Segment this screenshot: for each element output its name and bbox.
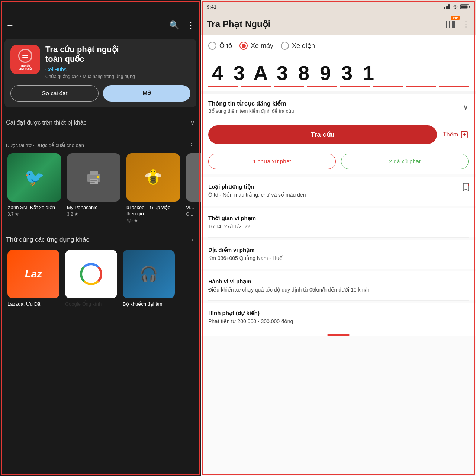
amp-name: Bộ khuếch đại âm: [123, 301, 162, 308]
battery-icon: [460, 4, 470, 9]
behavior-card: Hành vi vi phạm Điều khiển xe chạy quá t…: [201, 271, 476, 300]
app-icon: Tra cứuphạt nguội: [10, 45, 40, 74]
try-app-lazada[interactable]: Laz Lazada, Ưu Đãi: [4, 250, 62, 313]
sponsored-apps-row: 🐦 Xanh SM: Đặt xe điện 3,7 ★: [0, 153, 201, 229]
scroll-indicator: [327, 334, 350, 336]
svg-rect-28: [453, 21, 454, 28]
right-panel: 9:41 Tra Phạt Nguội: [201, 0, 476, 476]
try-app-google-lens[interactable]: Google Ống kính: [62, 250, 120, 313]
app-card: Tra cứuphạt nguội Tra cứu phạt nguội toà…: [4, 39, 196, 107]
more-button[interactable]: Thêm: [443, 131, 469, 139]
try-apps-row: Laz Lazada, Ưu Đãi Google Ống kính 🎧 Bộ …: [0, 250, 201, 313]
right-more-icon[interactable]: ⋮: [462, 19, 470, 29]
radio-oto[interactable]: Ô tô: [208, 42, 232, 50]
status-time: 9:41: [207, 4, 216, 10]
behavior-value: Điều khiển xe chạy quá tốc độ quy định t…: [208, 286, 469, 294]
xanh-logo: 🐦: [24, 168, 45, 187]
bookmark-icon-wrap[interactable]: [462, 183, 470, 193]
radio-label-oto: Ô tô: [219, 42, 232, 50]
location-label: Địa điểm vi phạm: [208, 247, 469, 253]
info-registry[interactable]: Thông tin từ cục đăng kiểm Bổ sung thêm …: [201, 94, 476, 120]
time-value: 16:14, 27/11/2022: [208, 223, 469, 231]
plate-container: 4 3 A 3 8 9 3 1: [201, 55, 476, 91]
vehicle-selector: Ô tô Xe máy Xe điện: [201, 35, 476, 55]
svg-rect-17: [447, 6, 448, 9]
try-app-amp[interactable]: 🎧 Bộ khuếch đại âm: [120, 250, 177, 313]
svg-point-13: [151, 171, 152, 172]
time-card: Thời gian vi phạm 16:14, 27/11/2022: [201, 208, 476, 237]
vip-icon-wrap[interactable]: VIP: [444, 17, 458, 31]
back-icon[interactable]: ←: [6, 20, 14, 30]
svg-rect-5: [90, 182, 95, 183]
plate-digit-3: A: [251, 63, 270, 83]
svg-point-14: [154, 171, 155, 172]
top-bar-right: Tra Phạt Nguội VIP ⋮: [201, 13, 476, 35]
radio-label-xemay: Xe máy: [251, 42, 273, 50]
amp-logo: 🎧: [139, 265, 158, 283]
behavior-label: Hành vi vi phạm: [208, 278, 469, 285]
app-developer: CellHubs: [45, 67, 190, 73]
registry-chevron-icon: ∨: [463, 103, 469, 112]
penalty-value: Phạt tiền từ 200.000 - 300.000 đồng: [208, 318, 469, 325]
registry-subtitle: Bổ sung thêm tem kiểm định để tra cứu: [208, 108, 463, 114]
btaskee-name: bTaskee – Giúp việc theo giờ: [126, 205, 180, 217]
vip-badge: VIP: [451, 16, 460, 20]
sponsored-app-xanh[interactable]: 🐦 Xanh SM: Đặt xe điện 3,7 ★: [4, 153, 64, 229]
plate-digit-2: 3: [230, 63, 248, 83]
svg-rect-21: [469, 6, 470, 8]
svg-rect-15: [444, 7, 445, 9]
svg-rect-1: [90, 171, 98, 175]
svg-rect-22: [461, 5, 468, 8]
chevron-down-icon: ∨: [190, 119, 195, 127]
penalty-tabs: 1 chưa xử phạt 2 đã xử phạt: [201, 149, 476, 174]
left-panel: ← 🔍 ⋮ Tra cứuphạt nguội: [0, 0, 201, 476]
radio-circle-xemay: [239, 42, 248, 50]
arrow-right-icon[interactable]: →: [187, 235, 195, 244]
plate-digit-5: 8: [295, 63, 313, 83]
uninstall-button[interactable]: Gỡ cài đặt: [10, 85, 99, 102]
location-value: Km 936+005 Quảng Nam - Huế: [208, 254, 469, 262]
location-card: Địa điểm vi phạm Km 936+005 Quảng Nam - …: [201, 240, 476, 269]
svg-rect-24: [448, 21, 448, 28]
top-bar-icons: VIP ⋮: [444, 17, 470, 31]
svg-rect-25: [449, 21, 450, 28]
lazada-logo: Laz: [25, 268, 42, 280]
status-bar-left: [0, 0, 201, 15]
radio-xedien[interactable]: Xe điện: [281, 42, 315, 50]
sponsored-app-btaskee[interactable]: bTaskee – Giúp việc theo giờ 4,9 ★: [123, 153, 183, 229]
search-icon[interactable]: 🔍: [169, 20, 179, 30]
plate-digit-1: 4: [208, 63, 227, 83]
radio-label-xedien: Xe điện: [292, 42, 315, 50]
svg-rect-29: [454, 21, 455, 28]
svg-rect-4: [90, 180, 97, 181]
svg-point-12: [150, 169, 156, 175]
open-button[interactable]: Mở: [103, 85, 190, 102]
radio-circle-oto: [208, 42, 216, 50]
vehicle-type-value: Ô tô - Nền màu trắng, chữ và số màu đen: [208, 191, 469, 199]
search-button[interactable]: Tra cứu: [208, 125, 437, 144]
wifi-icon: [452, 4, 458, 9]
app-title-section: Tra cứu phạt nguội toàn quốc CellHubs Ch…: [45, 45, 190, 79]
sponsored-app-vi[interactable]: Vi... G...: [183, 153, 201, 229]
xanh-name: Xanh SM: Đặt xe điện: [7, 205, 55, 211]
app-title: Tra Phạt Nguội: [207, 19, 270, 29]
search-row: Tra cứu Thêm: [201, 120, 476, 149]
lazada-name: Lazada, Ưu Đãi: [7, 301, 41, 308]
svg-point-9: [150, 180, 156, 184]
try-section: Thử dùng các ứng dụng khác →: [0, 229, 201, 250]
sponsored-app-panasonic[interactable]: My Panasonic 3,2 ★: [64, 153, 123, 229]
tab-unpunished[interactable]: 1 chưa xử phạt: [208, 154, 336, 169]
tab-punished[interactable]: 2 đã xử phạt: [341, 154, 469, 169]
bookmark-icon: [462, 183, 470, 192]
signal-icon: [444, 4, 450, 9]
status-icons: [444, 4, 470, 9]
xanh-rating: 3,7 ★: [7, 212, 19, 217]
more-menu-icon[interactable]: ⋮: [187, 20, 195, 30]
svg-rect-27: [452, 21, 453, 28]
install-section[interactable]: Cài đặt được trên thiết bị khác ∨: [4, 113, 196, 132]
svg-rect-18: [448, 4, 450, 9]
radio-xemay[interactable]: Xe máy: [239, 42, 273, 50]
google-lens-name: Google Ống kính: [65, 301, 102, 308]
svg-rect-26: [451, 21, 451, 28]
sponsored-more-icon[interactable]: ⋮: [188, 141, 195, 149]
